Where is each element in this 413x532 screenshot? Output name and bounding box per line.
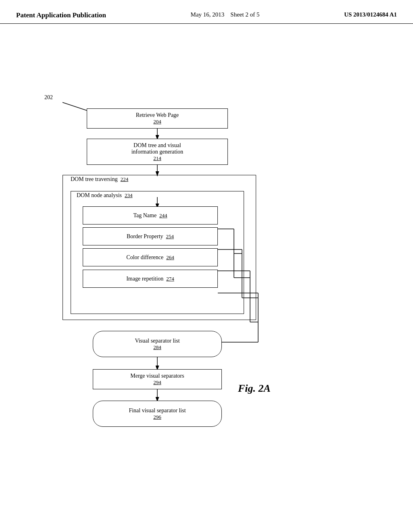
diagram-area: 202 Retrieve Web Page 204 DOM tree and v… xyxy=(0,24,413,507)
box-224-label: DOM tree traversing 224 xyxy=(69,176,130,183)
figure-label: Fig. 2A xyxy=(238,382,271,395)
header-patent-number: US 2013/0124684 A1 xyxy=(344,11,397,18)
box-204: Retrieve Web Page 204 xyxy=(87,108,228,129)
svg-line-1 xyxy=(63,102,87,110)
ref-label-202: 202 xyxy=(44,94,53,101)
box-296: Final visual separator list 296 xyxy=(93,401,222,427)
box-254: Border Property 254 xyxy=(83,227,218,245)
header-date-sheet: May 16, 2013 Sheet 2 of 5 xyxy=(191,11,260,18)
box-214: DOM tree and visual information generati… xyxy=(87,139,228,165)
dom-node-analysis-label: DOM node analysis 234 xyxy=(75,192,135,199)
header-publication-type: Patent Application Publication xyxy=(16,11,106,19)
box-274: Image repetition 274 xyxy=(83,270,218,288)
box-264: Color difference 264 xyxy=(83,248,218,266)
page-header: Patent Application Publication May 16, 2… xyxy=(0,0,413,24)
box-294: Merge visual separators 294 xyxy=(93,369,222,389)
box-284: Visual separator list 284 xyxy=(93,331,222,357)
box-244: Tag Name 244 xyxy=(83,206,218,224)
